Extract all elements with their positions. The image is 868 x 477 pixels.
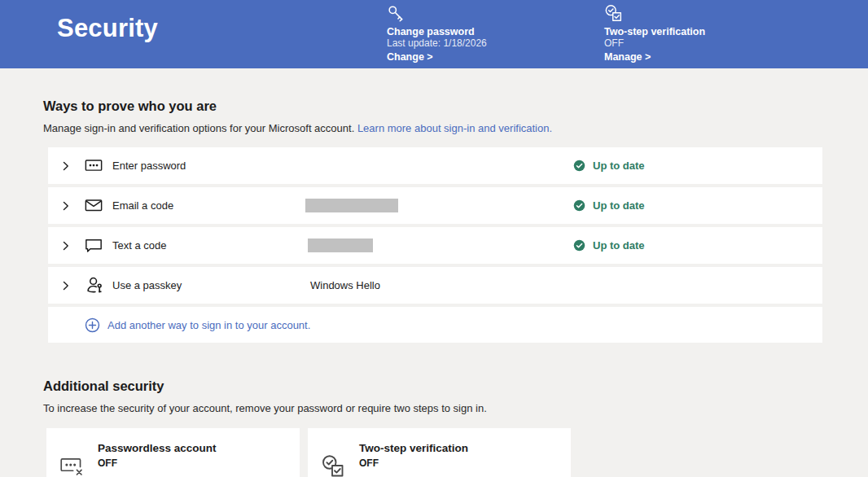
card-body: Passwordless account OFF Turn on [98,442,217,477]
key-icon [387,4,406,23]
redacted-phone [305,227,373,264]
row-label: Text a code [112,239,167,252]
text-message-icon [85,236,104,256]
redacted-email [305,187,398,224]
check-circle-icon [573,239,585,252]
additional-security-description: To increase the security of your account… [43,402,868,414]
two-step-manage-link[interactable]: Manage > [604,51,651,63]
two-step-verification-card: Two-step verification OFF Turn on [308,428,571,477]
card-status: OFF [98,457,217,469]
two-step-verification-icon [321,454,345,477]
password-icon [85,156,104,176]
chevron-right-icon[interactable] [61,241,71,251]
row-label: Use a passkey [112,279,182,291]
status-text: Up to date [593,160,645,172]
add-sign-in-method-link[interactable]: Add another way to sign in to your accou… [107,319,310,331]
change-password-title: Change password [387,26,487,37]
card-title: Two-step verification [359,442,468,454]
status-text: Up to date [593,239,645,252]
page-header: Security Change password Last update: 1/… [0,0,868,68]
two-step-status: OFF [604,37,705,49]
two-step-summary: Two-step verification OFF Manage > [604,4,705,63]
sign-in-methods-list: Enter password Up to date Email a code U… [48,147,822,343]
ways-section-heading: Ways to prove who you are [43,68,868,114]
check-circle-icon [573,199,585,212]
status-badge: Up to date [573,147,645,184]
row-label: Enter password [112,160,186,172]
add-circle-icon[interactable] [85,317,100,333]
additional-security-heading: Additional security [43,343,868,394]
page-title: Security [57,14,158,43]
add-sign-in-method-row[interactable]: Add another way to sign in to your accou… [48,307,822,343]
row-enter-password[interactable]: Enter password Up to date [48,147,822,184]
passwordless-icon [59,454,84,477]
row-text-a-code[interactable]: Text a code Up to date [48,227,822,264]
change-password-last-update: Last update: 1/18/2026 [387,37,487,49]
card-status: OFF [359,457,468,469]
check-circle-icon [573,160,585,172]
additional-security-cards: Passwordless account OFF Turn on Two-ste… [46,428,868,477]
ways-description-text: Manage sign-in and verification options … [43,122,354,134]
chevron-right-icon[interactable] [61,201,71,211]
change-password-link[interactable]: Change > [387,51,433,63]
main-content: Ways to prove who you are Manage sign-in… [0,68,868,477]
email-icon [85,196,104,216]
row-email-a-code[interactable]: Email a code Up to date [48,187,822,224]
chevron-right-icon[interactable] [61,161,71,171]
status-text: Up to date [593,199,645,212]
row-use-a-passkey[interactable]: Use a passkey Windows Hello [48,267,822,304]
passkey-provider: Windows Hello [305,267,380,304]
status-badge: Up to date [573,227,645,264]
ways-section-description: Manage sign-in and verification options … [43,122,868,134]
passkey-icon [85,276,104,295]
two-step-verification-icon [604,4,623,23]
chevron-right-icon[interactable] [61,281,71,291]
change-password-summary: Change password Last update: 1/18/2026 C… [387,4,487,63]
row-label: Email a code [112,199,173,212]
card-title: Passwordless account [98,442,217,454]
status-badge: Up to date [573,187,645,224]
two-step-title: Two-step verification [604,26,705,37]
learn-more-link[interactable]: Learn more about sign-in and verificatio… [357,122,552,134]
passwordless-account-card: Passwordless account OFF Turn on [46,428,300,477]
card-body: Two-step verification OFF Turn on [359,442,468,477]
